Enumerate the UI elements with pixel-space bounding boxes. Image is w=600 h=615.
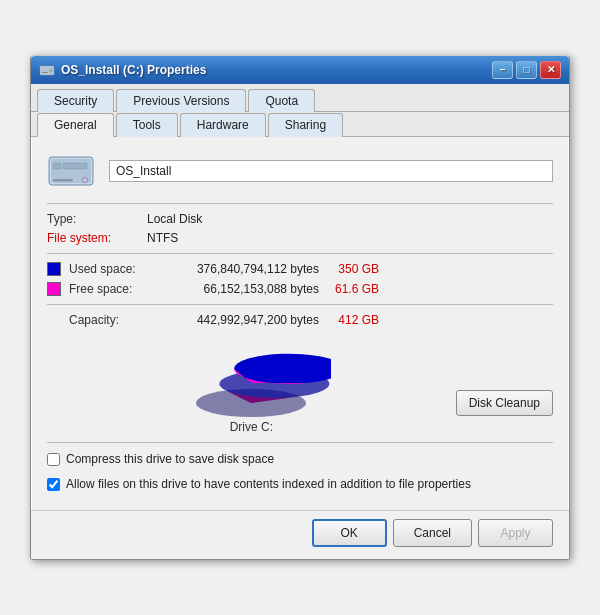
main-content: Type: Local Disk File system: NTFS Used … xyxy=(31,137,569,511)
free-space-row: Free space: 66,152,153,088 bytes 61.6 GB xyxy=(47,282,553,296)
properties-window: OS_Install (C:) Properties – □ ✕ Securit… xyxy=(30,55,570,561)
tab-quota[interactable]: Quota xyxy=(248,89,315,112)
free-label: Free space: xyxy=(69,282,149,296)
index-checkbox[interactable] xyxy=(47,478,60,491)
filesystem-row: File system: NTFS xyxy=(47,231,553,245)
ok-button[interactable]: OK xyxy=(312,519,387,547)
bottom-tab-row: General Tools Hardware Sharing xyxy=(31,112,569,137)
tab-general[interactable]: General xyxy=(37,113,114,137)
svg-point-8 xyxy=(84,178,87,181)
close-button[interactable]: ✕ xyxy=(540,61,561,79)
chart-area: Drive C: xyxy=(47,335,456,434)
index-checkbox-row: Allow files on this drive to have conten… xyxy=(47,476,553,493)
window-icon xyxy=(39,62,55,78)
title-bar-controls: – □ ✕ xyxy=(492,61,561,79)
used-label: Used space: xyxy=(69,262,149,276)
svg-point-12 xyxy=(248,381,254,385)
drive-name-input[interactable] xyxy=(109,160,553,182)
used-size: 350 GB xyxy=(319,262,379,276)
used-bytes: 376,840,794,112 bytes xyxy=(149,262,319,276)
button-bar: OK Cancel Apply xyxy=(31,510,569,559)
top-tab-row: Security Previous Versions Quota xyxy=(31,84,569,112)
compress-label[interactable]: Compress this drive to save disk space xyxy=(66,451,274,468)
compress-checkbox-row: Compress this drive to save disk space xyxy=(47,451,553,468)
chart-cleanup-row: Drive C: Disk Cleanup xyxy=(47,335,553,434)
title-bar-left: OS_Install (C:) Properties xyxy=(39,62,206,78)
apply-button[interactable]: Apply xyxy=(478,519,553,547)
svg-rect-9 xyxy=(53,163,61,169)
minimize-button[interactable]: – xyxy=(492,61,513,79)
free-size: 61.6 GB xyxy=(319,282,379,296)
cancel-button[interactable]: Cancel xyxy=(393,519,472,547)
capacity-row: Capacity: 442,992,947,200 bytes 412 GB xyxy=(47,313,553,327)
svg-rect-3 xyxy=(42,72,48,73)
type-row: Type: Local Disk xyxy=(47,212,553,226)
capacity-size: 412 GB xyxy=(319,313,379,327)
capacity-bytes: 442,992,947,200 bytes xyxy=(149,313,319,327)
title-bar: OS_Install (C:) Properties – □ ✕ xyxy=(31,56,569,84)
type-value: Local Disk xyxy=(147,212,202,226)
used-space-row: Used space: 376,840,794,112 bytes 350 GB xyxy=(47,262,553,276)
used-swatch xyxy=(47,262,61,276)
separator-2 xyxy=(47,253,553,254)
type-label: Type: xyxy=(47,212,147,226)
tab-sharing[interactable]: Sharing xyxy=(268,113,343,137)
disk-cleanup-button[interactable]: Disk Cleanup xyxy=(456,390,553,416)
free-swatch xyxy=(47,282,61,296)
tab-security[interactable]: Security xyxy=(37,89,114,112)
svg-rect-6 xyxy=(53,179,73,182)
separator-4 xyxy=(47,442,553,443)
tab-previous-versions[interactable]: Previous Versions xyxy=(116,89,246,112)
compress-checkbox[interactable] xyxy=(47,453,60,466)
free-bytes: 66,152,153,088 bytes xyxy=(149,282,319,296)
filesystem-label: File system: xyxy=(47,231,147,245)
drive-info-row xyxy=(47,151,553,191)
window-title: OS_Install (C:) Properties xyxy=(61,63,206,77)
tab-tools[interactable]: Tools xyxy=(116,113,178,137)
capacity-label: Capacity: xyxy=(69,313,149,327)
maximize-button[interactable]: □ xyxy=(516,61,537,79)
index-label[interactable]: Allow files on this drive to have conten… xyxy=(66,476,471,493)
separator-1 xyxy=(47,203,553,204)
tab-hardware[interactable]: Hardware xyxy=(180,113,266,137)
pie-chart xyxy=(171,335,331,420)
svg-rect-10 xyxy=(63,163,87,169)
svg-point-2 xyxy=(50,69,53,72)
drive-icon xyxy=(47,151,95,191)
separator-3 xyxy=(47,304,553,305)
filesystem-value: NTFS xyxy=(147,231,178,245)
drive-chart-label: Drive C: xyxy=(230,420,273,434)
